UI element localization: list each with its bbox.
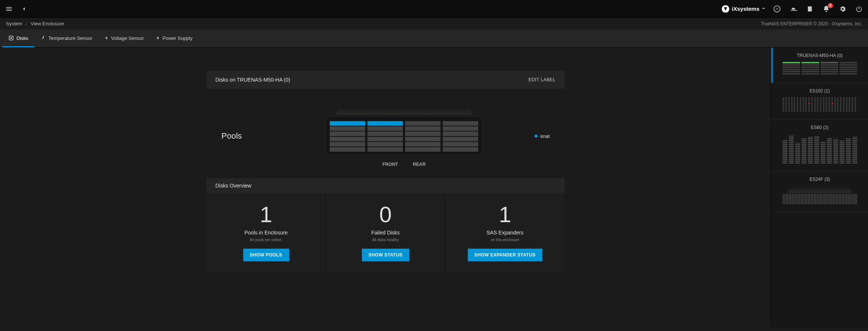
disk-slot[interactable]: [367, 142, 403, 146]
menu-icon[interactable]: [4, 4, 13, 13]
card-header: Disks on TRUENAS-M50-HA (0) EDIT LABEL: [207, 71, 565, 89]
view-front[interactable]: FRONT: [383, 162, 398, 167]
enclosure-item-es102[interactable]: ES102 (1): [771, 83, 868, 120]
tab-temp[interactable]: Temperature Sensor: [34, 30, 98, 47]
disk-slot[interactable]: [405, 137, 441, 141]
legend-dot: [535, 135, 538, 138]
enclosure-card: Disks on TRUENAS-M50-HA (0) EDIT LABEL P…: [207, 71, 565, 328]
disk-slot[interactable]: [330, 126, 365, 131]
stat-value: 1: [499, 204, 511, 226]
enclosure-label: ES102 (1): [809, 88, 830, 94]
disk-slot[interactable]: [443, 147, 478, 152]
tab-disks[interactable]: Disks: [2, 30, 34, 47]
stat-expanders: 1 SAS Expanders on this enclosure SHOW E…: [445, 193, 564, 272]
enclosure-item-es24f[interactable]: ES24F (3): [771, 171, 868, 212]
notifications-icon[interactable]: 4: [822, 4, 831, 13]
disk-slot[interactable]: [405, 126, 441, 131]
enclosure-thumb: [783, 97, 857, 112]
disk-slot[interactable]: [367, 121, 403, 126]
disk-slot[interactable]: [405, 132, 441, 136]
enclosure-label: ES60 (2): [811, 125, 828, 130]
copyright: TrueNAS ENTERPRISE® © 2020 - iXsystems, …: [761, 21, 862, 26]
disk-slot[interactable]: [367, 126, 403, 131]
breadcrumb-current: View Enclosure: [31, 21, 64, 26]
disk-slot[interactable]: [405, 142, 441, 146]
enclosure-sidebar: TRUENAS-M50-HA (0) ES102 (1) ES60 (2): [771, 48, 868, 328]
stat-subtitle: on this enclosure: [491, 238, 519, 242]
show-pools-button[interactable]: SHOW POOLS: [243, 249, 289, 261]
overview-header: Disks Overview: [207, 178, 565, 193]
disk-slot[interactable]: [443, 137, 478, 141]
stats-row: 1 Pools in Enclosure All pools are onlin…: [207, 193, 565, 272]
logo: iXsystems™: [721, 5, 765, 13]
disk-slot[interactable]: [443, 142, 478, 146]
stat-subtitle: All disks healthy: [372, 238, 399, 242]
stat-title: Pools in Enclosure: [244, 230, 288, 236]
disk-slot[interactable]: [443, 126, 478, 131]
settings-icon[interactable]: [838, 4, 847, 13]
task-manager-icon[interactable]: [805, 4, 814, 13]
stat-value: 0: [379, 204, 392, 226]
disk-slot[interactable]: [367, 137, 403, 141]
tab-voltage[interactable]: Voltage Sensor: [98, 30, 150, 47]
disk-slot[interactable]: [405, 121, 441, 126]
disk-slot[interactable]: [443, 132, 478, 136]
breadcrumb: System / View Enclosure: [6, 21, 64, 26]
disk-slot[interactable]: [405, 147, 441, 152]
back-icon[interactable]: [19, 4, 28, 13]
enclosure-label: TRUENAS-M50-HA (0): [797, 53, 843, 58]
pools-label: Pools: [222, 131, 274, 141]
truecommand-icon[interactable]: [789, 4, 798, 13]
svg-point-1: [774, 6, 780, 12]
legend-label: knat: [540, 133, 550, 139]
enclosure-thumb: [783, 62, 857, 75]
disk-slot[interactable]: [330, 142, 365, 146]
edit-label-button[interactable]: EDIT LABEL: [529, 77, 556, 82]
stat-title: Failed Disks: [371, 230, 399, 236]
stat-value: 1: [260, 204, 272, 226]
breadcrumb-row: System / View Enclosure TrueNAS ENTERPRI…: [0, 18, 868, 30]
stat-failed: 0 Failed Disks All disks healthy SHOW ST…: [326, 193, 445, 272]
disk-slot[interactable]: [443, 121, 478, 126]
chassis-visual[interactable]: [326, 116, 482, 155]
tabs: Disks Temperature Sensor Voltage Sensor …: [0, 30, 868, 48]
enclosure-label: ES24F (3): [809, 177, 830, 182]
disk-slot[interactable]: [330, 137, 365, 141]
topbar: iXsystems™ 4: [0, 0, 868, 18]
enclosure-thumb: [783, 186, 857, 204]
show-status-button[interactable]: SHOW STATUS: [362, 249, 409, 261]
pool-legend: knat: [535, 133, 550, 139]
view-rear[interactable]: REAR: [413, 162, 426, 167]
show-expander-button[interactable]: SHOW EXPANDER STATUS: [468, 249, 542, 261]
enclosure-item-es60[interactable]: ES60 (2): [771, 120, 868, 171]
disk-slot[interactable]: [367, 132, 403, 136]
card-title: Disks on TRUENAS-M50-HA (0): [216, 77, 290, 83]
disk-slot[interactable]: [330, 147, 365, 152]
ha-status-icon[interactable]: [773, 4, 781, 13]
disk-slot[interactable]: [367, 147, 403, 152]
notification-badge: 4: [828, 3, 833, 8]
breadcrumb-system[interactable]: System: [6, 21, 22, 26]
disk-slot[interactable]: [330, 121, 365, 126]
disk-slot[interactable]: [330, 132, 365, 136]
svg-point-3: [10, 37, 12, 39]
tab-power[interactable]: Power Supply: [150, 30, 198, 47]
stat-subtitle: All pools are online.: [250, 238, 282, 242]
enclosure-item-m50[interactable]: TRUENAS-M50-HA (0): [771, 48, 868, 83]
enclosure-thumb: [783, 134, 857, 164]
stat-pools: 1 Pools in Enclosure All pools are onlin…: [207, 193, 326, 272]
stat-title: SAS Expanders: [486, 230, 523, 236]
power-icon[interactable]: [855, 4, 864, 13]
